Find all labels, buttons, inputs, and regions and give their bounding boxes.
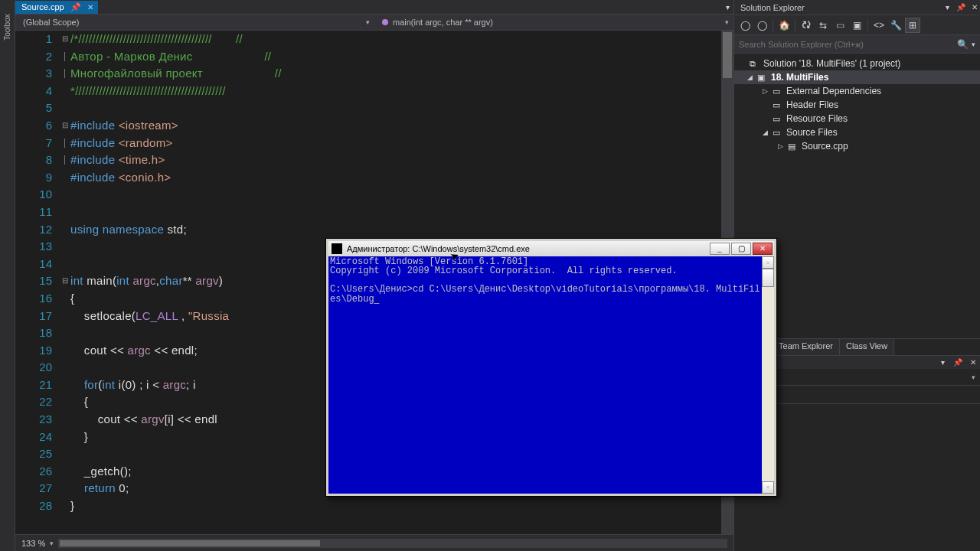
search-input[interactable] bbox=[739, 40, 957, 49]
folder-icon: ▭ bbox=[773, 100, 783, 110]
chevron-down-icon[interactable]: ▾ bbox=[50, 540, 54, 547]
tree-resource-files[interactable]: ▭ Resource Files bbox=[734, 112, 980, 126]
file-tab-source[interactable]: Source.cpp 📌 ✕ bbox=[15, 1, 98, 14]
close-icon[interactable]: ✕ bbox=[969, 3, 980, 11]
panel-title: Solution Explorer bbox=[740, 3, 805, 12]
dropdown-icon[interactable]: ▾ bbox=[937, 358, 948, 367]
pin-icon[interactable]: 📌 bbox=[956, 3, 966, 11]
chevron-down-icon[interactable]: ▾ bbox=[972, 373, 975, 381]
tree-file-source-cpp[interactable]: ▷▤ Source.cpp bbox=[734, 139, 980, 153]
forward-button[interactable]: ◯ bbox=[754, 18, 769, 33]
collapse-icon[interactable]: ▣ bbox=[849, 18, 864, 33]
tab-bar: Source.cpp 📌 ✕ ▾ bbox=[15, 0, 733, 14]
tab-class-view[interactable]: Class View bbox=[840, 339, 894, 355]
refresh-icon[interactable]: 🗘 bbox=[799, 18, 814, 33]
close-icon[interactable]: ✕ bbox=[87, 3, 93, 11]
tree-label: Source Files bbox=[786, 127, 838, 138]
tab-team-explorer[interactable]: Team Explorer bbox=[773, 339, 840, 355]
folder-icon: ▭ bbox=[773, 128, 783, 138]
scope-dropdown-right[interactable]: main(int argc, char ** argv) ▾ bbox=[374, 18, 733, 27]
properties-icon[interactable]: ⊞ bbox=[905, 18, 920, 33]
scope-bar: (Global Scope) ▾ main(int argc, char ** … bbox=[15, 14, 733, 31]
horizontal-scrollbar[interactable] bbox=[58, 539, 727, 548]
scope-right-label: main(int argc, char ** argv) bbox=[393, 18, 493, 27]
show-all-icon[interactable]: ▭ bbox=[832, 18, 848, 33]
tree-label: External Dependencies bbox=[786, 86, 881, 96]
chevron-down-icon: ▾ bbox=[725, 18, 729, 26]
tab-overflow[interactable]: ▾ bbox=[721, 3, 733, 11]
collapse-icon[interactable]: ◢ bbox=[745, 73, 754, 81]
close-icon[interactable]: ✕ bbox=[968, 358, 978, 367]
chevron-down-icon[interactable]: ▾ bbox=[972, 41, 975, 48]
project-icon: ▣ bbox=[757, 73, 768, 83]
toolbox-strip[interactable]: Toolbox bbox=[0, 0, 15, 551]
collapse-icon[interactable]: ◢ bbox=[760, 129, 769, 136]
expand-icon[interactable]: ▷ bbox=[776, 142, 785, 150]
folder-icon: ▭ bbox=[773, 86, 783, 96]
tree-label: Header Files bbox=[786, 99, 838, 110]
cmd-title: Администратор: C:\Windows\system32\cmd.e… bbox=[347, 244, 530, 253]
toolbox-label: Toolbox bbox=[3, 14, 11, 40]
solution-toolbar: ◯ ◯ 🏠 🗘 ⇆ ▭ ▣ <> 🔧 ⊞ bbox=[734, 15, 980, 35]
editor-bottom-bar: 133 % ▾ bbox=[15, 534, 733, 551]
cmd-output[interactable]: Microsoft Windows [Version 6.1.7601] Cop… bbox=[328, 256, 762, 494]
line-number-gutter: 1234567891011121314151617181920212223242… bbox=[15, 31, 60, 534]
tree-source-files[interactable]: ◢▭ Source Files bbox=[734, 126, 980, 139]
expand-icon[interactable]: ▷ bbox=[760, 87, 769, 95]
folder-icon: ▭ bbox=[773, 114, 783, 124]
tree-label: Source.cpp bbox=[802, 141, 848, 152]
sync-icon[interactable]: ⇆ bbox=[815, 18, 831, 33]
solution-search[interactable]: 🔍 ▾ bbox=[734, 35, 980, 54]
chevron-down-icon: ▾ bbox=[366, 18, 370, 26]
search-icon[interactable]: 🔍 bbox=[957, 39, 969, 50]
scroll-down-icon[interactable]: ▾ bbox=[762, 481, 774, 494]
back-button[interactable]: ◯ bbox=[737, 18, 753, 33]
tree-solution-node[interactable]: ⧉ Solution '18. MultiFiles' (1 project) bbox=[734, 57, 980, 70]
cmd-titlebar[interactable]: Администратор: C:\Windows\system32\cmd.e… bbox=[328, 241, 774, 256]
solution-icon: ⧉ bbox=[750, 59, 760, 69]
tree-ext-deps[interactable]: ▷▭ External Dependencies bbox=[734, 84, 980, 98]
fold-column[interactable]: ⊟││⊟││⊟ bbox=[60, 31, 70, 534]
method-icon bbox=[382, 19, 388, 25]
tree-project-node[interactable]: ◢▣ 18. MultiFiles bbox=[734, 70, 980, 84]
tab-label: Source.cpp bbox=[21, 2, 64, 11]
code-icon[interactable]: <> bbox=[871, 18, 887, 33]
scope-left-label: (Global Scope) bbox=[23, 18, 79, 27]
cmd-window[interactable]: Администратор: C:\Windows\system32\cmd.e… bbox=[325, 238, 777, 497]
panel-titlebar[interactable]: Solution Explorer ▾ 📌 ✕ bbox=[734, 0, 980, 15]
close-button[interactable]: ✕ bbox=[753, 243, 773, 255]
minimize-button[interactable]: _ bbox=[710, 243, 730, 255]
tree-label: Solution '18. MultiFiles' (1 project) bbox=[763, 58, 900, 69]
tree-header-files[interactable]: ▭ Header Files bbox=[734, 98, 980, 112]
maximize-button[interactable]: ▢ bbox=[731, 243, 751, 255]
zoom-level[interactable]: 133 % bbox=[21, 539, 45, 548]
scroll-up-icon[interactable]: ▴ bbox=[762, 256, 774, 269]
tree-label: Resource Files bbox=[786, 113, 848, 124]
tab-pin-icon[interactable]: 📌 bbox=[70, 2, 81, 12]
scope-dropdown-left[interactable]: (Global Scope) ▾ bbox=[15, 18, 374, 27]
cpp-file-icon: ▤ bbox=[788, 142, 799, 152]
dropdown-icon[interactable]: ▾ bbox=[942, 3, 952, 11]
pin-icon[interactable]: 📌 bbox=[952, 358, 963, 367]
cmd-icon bbox=[332, 243, 342, 254]
solution-tree[interactable]: ⧉ Solution '18. MultiFiles' (1 project) … bbox=[734, 54, 980, 156]
cmd-scrollbar[interactable]: ▴ ▾ bbox=[762, 256, 774, 494]
home-icon[interactable]: 🏠 bbox=[776, 18, 792, 33]
tree-label: 18. MultiFiles bbox=[771, 72, 828, 83]
wrench-icon[interactable]: 🔧 bbox=[888, 18, 903, 33]
